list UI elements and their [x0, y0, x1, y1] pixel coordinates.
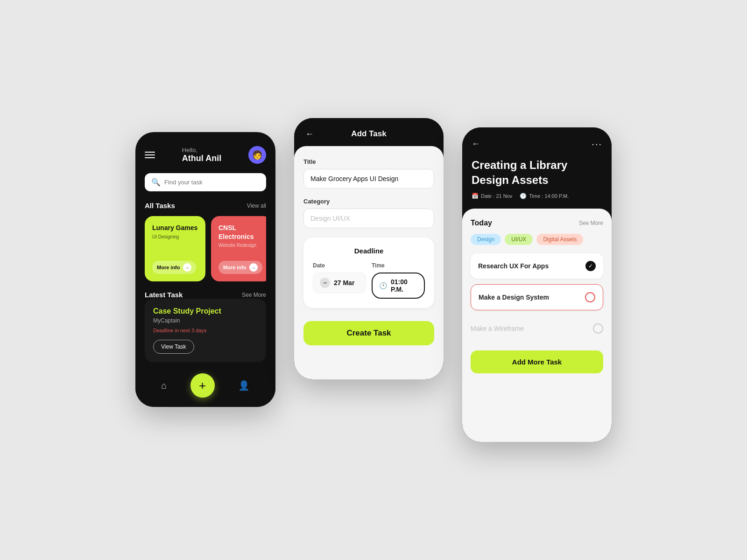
search-input[interactable] [164, 179, 260, 186]
deadline-row: Date − 27 Mar Time 🕐 01:00 P.M. [313, 262, 425, 299]
add-more-button[interactable]: Add More Task [471, 350, 603, 373]
tasks-grid: Lunary Games UI Designing More info → CN… [145, 216, 266, 281]
bottom-nav: ⌂ + 👤 [135, 367, 275, 407]
phone-2: ← Add Task Title Category Deadline Date … [294, 118, 444, 379]
see-more-link[interactable]: See More [242, 292, 266, 298]
avatar[interactable]: 🧑 [248, 146, 266, 164]
back-button-3[interactable]: ← [472, 139, 480, 149]
tags-row: Design UI/UX Digital Assets [471, 234, 603, 245]
latest-tasks-header: Latest Task See More [145, 291, 266, 299]
task-item-1[interactable]: Research UX For Apps ✓ [471, 253, 603, 279]
date-label: Date [313, 262, 366, 269]
create-task-button[interactable]: Create Task [303, 321, 434, 345]
phone3-meta: 📅 Date : 21 Nov 🕐 Time : 14:00 P.M. [472, 193, 602, 199]
task-item-2-label: Make a Design System [479, 294, 549, 301]
search-bar[interactable]: 🔍 [145, 173, 266, 191]
task-item-2[interactable]: Make a Design System [471, 284, 603, 310]
task-card-1-sub: UI Designing [152, 234, 198, 239]
category-label: Category [303, 198, 434, 205]
greeting-text: Hello, [182, 147, 221, 154]
check-icon-1[interactable]: ✓ [585, 261, 596, 271]
task-card-2[interactable]: CNSL Electronics Website Redesign More i… [211, 216, 266, 281]
calendar-icon: 📅 [472, 193, 479, 199]
time-value: 01:00 P.M. [391, 278, 417, 293]
view-task-btn[interactable]: View Task [153, 340, 194, 354]
phone3-title: Creating a Library Design Assets [472, 158, 602, 187]
home-icon[interactable]: ⌂ [161, 380, 167, 391]
time-col: Time 🕐 01:00 P.M. [372, 262, 425, 299]
today-title: Today [471, 219, 492, 227]
time-meta-text: Time : 14:00 P.M. [529, 193, 569, 199]
date-meta: 📅 Date : 21 Nov [472, 193, 512, 199]
task-item-3[interactable]: Make a Wireframe [471, 316, 603, 341]
scene: Hello, Athul Anil 🧑 🔍 All Tasks View all… [117, 90, 630, 469]
deadline-card: Deadline Date − 27 Mar Time 🕐 01:00 P. [303, 238, 434, 308]
task-card-1-title: Lunary Games [152, 224, 198, 232]
more-info-label-1: More info [157, 265, 180, 270]
profile-icon[interactable]: 👤 [238, 380, 250, 391]
time-icon: 🕐 [520, 193, 527, 199]
phone2-top: ← Add Task [294, 118, 444, 146]
clock-icon: 🕐 [379, 282, 387, 289]
see-more-link-3[interactable]: See More [579, 220, 603, 226]
check-icon-2[interactable] [585, 292, 595, 302]
tag-uiux[interactable]: UI/UX [505, 234, 533, 245]
latest-task-name: Case Study Project [153, 307, 258, 315]
phone3-content: Today See More Design UI/UX Digital Asse… [462, 209, 612, 442]
more-info-btn-2[interactable]: More info → [218, 261, 262, 274]
view-all-link[interactable]: View all [247, 203, 266, 209]
back-button-2[interactable]: ← [305, 129, 314, 139]
task-card-1[interactable]: Lunary Games UI Designing More info → [145, 216, 205, 281]
time-label: Time [372, 262, 425, 269]
search-icon: 🔍 [151, 178, 161, 187]
time-meta: 🕐 Time : 14:00 P.M. [520, 193, 569, 199]
date-input-box[interactable]: − 27 Mar [313, 273, 366, 293]
more-info-btn-1[interactable]: More info → [152, 261, 196, 274]
three-dots-icon[interactable]: ··· [592, 139, 602, 149]
all-tasks-header: All Tasks View all [145, 202, 266, 210]
tag-design[interactable]: Design [471, 234, 501, 245]
all-tasks-title: All Tasks [145, 202, 175, 210]
task-card-2-title: CNSL Electronics [218, 224, 264, 240]
phone-1: Hello, Athul Anil 🧑 🔍 All Tasks View all… [135, 132, 275, 407]
arrow-icon-2: → [249, 263, 258, 272]
username-text: Athul Anil [182, 154, 221, 164]
add-task-title: Add Task [351, 129, 386, 139]
latest-task-client: MyCaptain [153, 317, 258, 324]
date-value: 27 Mar [334, 279, 354, 287]
title-input[interactable] [303, 169, 434, 189]
today-header: Today See More [471, 219, 603, 227]
time-input-box[interactable]: 🕐 01:00 P.M. [372, 273, 425, 299]
header-title: Hello, Athul Anil [182, 147, 221, 164]
more-info-label-2: More info [223, 265, 247, 270]
deadline-text: Deadline in next 3 days [153, 328, 258, 333]
hamburger-icon[interactable] [145, 152, 155, 158]
phone2-content: Title Category Deadline Date − 27 Mar Ti… [294, 146, 444, 379]
fab-button[interactable]: + [190, 373, 215, 398]
task-card-2-sub: Website Redesign [218, 243, 264, 248]
title-label: Title [303, 158, 434, 165]
phone3-nav: ← ··· [472, 139, 602, 149]
check-icon-3[interactable] [593, 323, 603, 334]
phone3-top: ← ··· Creating a Library Design Assets 📅… [462, 127, 612, 208]
minus-btn[interactable]: − [320, 278, 330, 288]
category-input[interactable] [303, 209, 434, 228]
date-meta-text: Date : 21 Nov [481, 193, 512, 199]
task-item-3-label: Make a Wireframe [471, 325, 524, 332]
arrow-icon-1: → [183, 263, 191, 272]
deadline-title: Deadline [313, 247, 425, 255]
date-col: Date − 27 Mar [313, 262, 366, 299]
latest-task-card: Case Study Project MyCaptain Deadline in… [145, 299, 266, 362]
task-item-1-label: Research UX For Apps [478, 262, 549, 270]
phone-3: ← ··· Creating a Library Design Assets 📅… [462, 127, 612, 441]
phone1-header: Hello, Athul Anil 🧑 [145, 146, 266, 164]
latest-task-title: Latest Task [145, 291, 183, 299]
tag-digital[interactable]: Digital Assets [536, 234, 583, 245]
